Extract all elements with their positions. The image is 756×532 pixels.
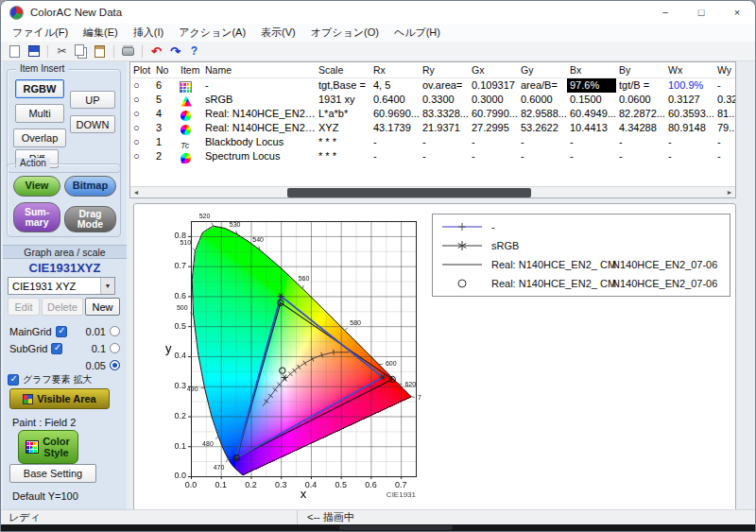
- cell-by[interactable]: 0.0600: [616, 93, 665, 107]
- cell-wx[interactable]: 0.3127: [665, 93, 714, 107]
- grid-radio-1[interactable]: [110, 326, 120, 336]
- cell-no[interactable]: 4: [153, 107, 178, 121]
- help-icon[interactable]: [186, 43, 202, 60]
- cell-name[interactable]: Blackbody Locus: [202, 135, 316, 149]
- cell-rx[interactable]: 60.9690...: [370, 107, 420, 121]
- multi-button[interactable]: Multi: [15, 104, 64, 123]
- grid-radio-2[interactable]: [110, 343, 120, 353]
- cell-rx[interactable]: -: [370, 135, 420, 149]
- cell-wx[interactable]: 60.3593...: [665, 107, 714, 121]
- cell-name[interactable]: Real: N140HCE_EN2_ CMN_: [202, 121, 316, 135]
- cell-scale[interactable]: * * *: [316, 135, 370, 149]
- table-horizontal-scrollbar[interactable]: ◄ ►: [130, 186, 735, 197]
- cell-rx[interactable]: 43.1739: [370, 121, 420, 135]
- cell-no[interactable]: 5: [153, 93, 178, 107]
- cell-item[interactable]: [178, 93, 202, 107]
- column-header-wx[interactable]: Wx: [665, 62, 714, 77]
- cell-by[interactable]: 4.34288: [616, 121, 665, 135]
- cell-scale[interactable]: tgt,Base =: [316, 78, 370, 93]
- column-header-gx[interactable]: Gx: [469, 62, 518, 77]
- cell-wx[interactable]: -: [665, 149, 714, 163]
- cell-item[interactable]: [178, 121, 202, 135]
- cell-rx[interactable]: 0.6400: [370, 93, 420, 107]
- cell-gx[interactable]: 60.7990...: [469, 107, 518, 121]
- cell-by[interactable]: 82.2872...: [616, 107, 665, 121]
- rgbw-button[interactable]: RGBW: [15, 79, 64, 98]
- scroll-left-icon[interactable]: ◄: [130, 188, 142, 197]
- graph-zoom-checkbox[interactable]: [8, 374, 19, 386]
- cell-plot[interactable]: ○: [130, 78, 153, 93]
- cell-bx[interactable]: 10.4413: [567, 121, 616, 135]
- cell-wy[interactable]: 0.3290: [714, 93, 736, 107]
- cell-name[interactable]: sRGB: [202, 93, 316, 107]
- drag-mode-button[interactable]: Drag Mode: [64, 206, 116, 232]
- cell-bx[interactable]: -: [567, 149, 616, 163]
- cell-ry[interactable]: 83.3328...: [420, 107, 469, 121]
- cell-plot[interactable]: ○: [130, 107, 153, 121]
- scale-dropdown[interactable]: CIE1931 XYZ ▼: [8, 277, 115, 295]
- print-icon[interactable]: [120, 43, 136, 60]
- table-row[interactable]: ○6-tgt,Base =4, 5ov.area=0.109317area/B=…: [130, 78, 735, 93]
- table-row[interactable]: ○3Real: N140HCE_EN2_ CMN_XYZ43.173921.93…: [130, 121, 735, 135]
- cell-gy[interactable]: 0.6000: [518, 93, 567, 107]
- menu-item-5[interactable]: 表示(V): [253, 24, 303, 42]
- table-row[interactable]: ○4Real: N140HCE_EN2_ CMN_L*a*b*60.9690..…: [130, 107, 735, 121]
- menu-item-3[interactable]: 挿入(I): [126, 24, 171, 42]
- close-button[interactable]: ×: [719, 1, 755, 24]
- menu-item-1[interactable]: ファイル(F): [5, 24, 76, 42]
- cell-wx[interactable]: 80.9148: [665, 121, 714, 135]
- new-file-icon[interactable]: [7, 43, 23, 60]
- cell-no[interactable]: 1: [153, 135, 178, 149]
- cell-bx[interactable]: 60.4949...: [567, 107, 616, 121]
- redo-icon[interactable]: [167, 43, 183, 60]
- chevron-down-icon[interactable]: ▼: [100, 278, 114, 294]
- base-setting-button[interactable]: Base Setting: [9, 464, 96, 483]
- cell-scale[interactable]: * * *: [316, 149, 370, 163]
- column-header-rx[interactable]: Rx: [370, 62, 420, 77]
- down-button[interactable]: DOWN: [70, 115, 115, 133]
- cell-gx[interactable]: -: [469, 149, 518, 163]
- cell-scale[interactable]: XYZ: [316, 121, 370, 135]
- cell-wy[interactable]: -: [714, 149, 736, 163]
- column-header-plot[interactable]: Plot: [130, 62, 153, 77]
- cell-gx[interactable]: 27.2995: [469, 121, 518, 135]
- cell-by[interactable]: -: [616, 135, 665, 149]
- menu-item-2[interactable]: 編集(E): [76, 24, 126, 42]
- column-header-gy[interactable]: Gy: [518, 62, 567, 77]
- copy-icon[interactable]: [73, 43, 89, 60]
- cell-no[interactable]: 2: [153, 149, 178, 163]
- cell-wy[interactable]: 79...: [714, 121, 736, 135]
- cell-item[interactable]: [178, 107, 202, 121]
- cell-name[interactable]: Spectrum Locus: [202, 149, 316, 163]
- cell-by[interactable]: -: [616, 149, 665, 163]
- cell-wx[interactable]: -: [665, 135, 714, 149]
- menu-item-7[interactable]: ヘルプ(H): [387, 24, 448, 42]
- cell-gy[interactable]: 82.9588...: [518, 107, 567, 121]
- column-header-item[interactable]: Item: [178, 62, 202, 77]
- menu-item-4[interactable]: アクション(A): [171, 24, 253, 42]
- scroll-right-icon[interactable]: ►: [724, 188, 735, 197]
- new-button[interactable]: New: [85, 298, 120, 316]
- undo-icon[interactable]: [148, 43, 164, 60]
- cell-gy[interactable]: 53.2622: [518, 121, 567, 135]
- cell-scale[interactable]: 1931 xy: [316, 93, 370, 107]
- cell-by[interactable]: tgt/B =: [616, 78, 665, 93]
- cell-plot[interactable]: ○: [130, 149, 153, 163]
- visible-area-button[interactable]: Visible Area: [9, 388, 110, 409]
- grid-radio-3[interactable]: [110, 360, 120, 370]
- cell-gx[interactable]: 0.3000: [469, 93, 518, 107]
- summary-button[interactable]: Sum- mary: [13, 202, 60, 232]
- column-header-name[interactable]: Name: [202, 62, 316, 77]
- cell-ry[interactable]: 0.3300: [420, 93, 469, 107]
- column-header-wy[interactable]: Wy: [714, 62, 736, 77]
- cell-gy[interactable]: -: [518, 135, 567, 149]
- view-button[interactable]: View: [13, 176, 60, 197]
- column-header-no[interactable]: No: [153, 62, 178, 77]
- cie-chromaticity-canvas[interactable]: [161, 210, 421, 503]
- cell-wy[interactable]: 81...: [714, 107, 736, 121]
- cell-bx[interactable]: 0.1500: [567, 93, 616, 107]
- cell-plot[interactable]: ○: [130, 93, 153, 107]
- cell-gx[interactable]: 0.109317: [469, 78, 518, 93]
- cell-gy[interactable]: area/B=: [518, 78, 567, 93]
- table-scrollbar-thumb[interactable]: [287, 188, 531, 197]
